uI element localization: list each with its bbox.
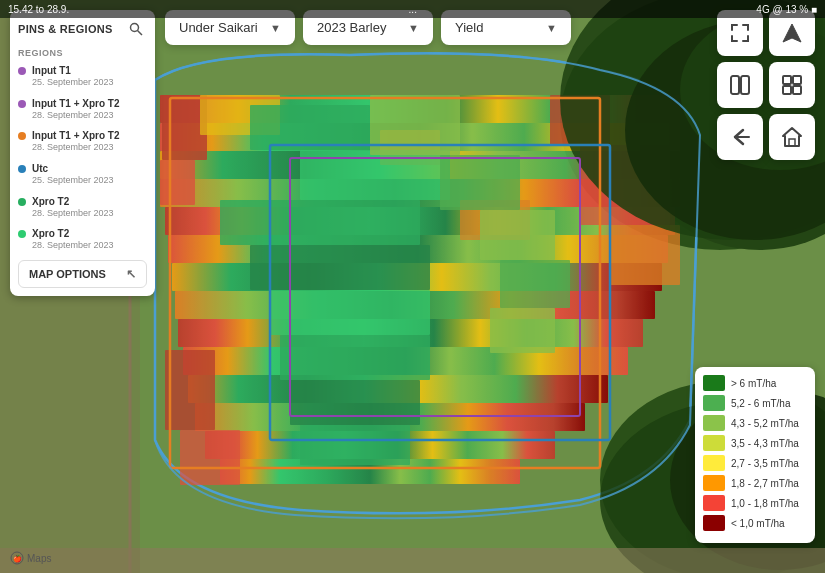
svg-rect-26 <box>380 130 440 165</box>
legend-label-6: 1,0 - 1,8 mT/ha <box>731 498 799 509</box>
legend-item-1: 5,2 - 6 mT/ha <box>703 395 807 411</box>
legend-panel: > 6 mT/ha 5,2 - 6 mT/ha 4,3 - 5,2 mT/ha … <box>695 367 815 543</box>
svg-rect-11 <box>175 291 655 319</box>
status-left: 15.42 to 28.9. <box>8 4 69 15</box>
svg-rect-60 <box>793 86 801 94</box>
legend-label-3: 3,5 - 4,3 mT/ha <box>731 438 799 449</box>
region-item-4[interactable]: Xpro T2 28. September 2023 <box>18 195 147 220</box>
legend-color-6 <box>703 495 725 511</box>
status-bar: 15.42 to 28.9. ... 4G @ 13 % ■ <box>0 0 825 18</box>
svg-rect-5 <box>160 123 680 151</box>
svg-rect-34 <box>290 380 420 425</box>
svg-rect-12 <box>178 319 643 347</box>
region-date-1: 28. September 2023 <box>32 110 147 122</box>
fullscreen-icon <box>729 22 751 44</box>
legend-label-0: > 6 mT/ha <box>731 378 776 389</box>
svg-rect-37 <box>440 155 520 210</box>
legend-color-2 <box>703 415 725 431</box>
back-button[interactable] <box>717 114 763 160</box>
home-button[interactable] <box>769 114 815 160</box>
legend-item-2: 4,3 - 5,2 mT/ha <box>703 415 807 431</box>
region-dot-2 <box>18 132 26 140</box>
grid-view-button[interactable] <box>769 62 815 108</box>
region-dot-0 <box>18 67 26 75</box>
region-dot-5 <box>18 230 26 238</box>
field-dropdown-chevron-icon: ▼ <box>270 22 281 34</box>
svg-rect-29 <box>300 150 450 200</box>
map-options-label: MAP OPTIONS <box>29 268 106 280</box>
legend-label-1: 5,2 - 6 mT/ha <box>731 398 790 409</box>
region-info-0: Input T1 25. September 2023 <box>32 64 147 89</box>
svg-rect-19 <box>160 160 195 205</box>
svg-rect-16 <box>205 431 555 459</box>
svg-rect-59 <box>783 86 791 94</box>
navigate-icon <box>781 22 803 44</box>
svg-marker-62 <box>783 128 801 146</box>
home-icon <box>781 126 803 148</box>
legend-item-7: < 1,0 mT/ha <box>703 515 807 531</box>
svg-rect-56 <box>741 76 749 94</box>
svg-rect-38 <box>480 210 555 260</box>
svg-rect-39 <box>500 260 570 308</box>
sidebar-title: PINS & REGIONS <box>18 23 113 35</box>
region-item-3[interactable]: Utc 25. September 2023 <box>18 162 147 187</box>
svg-rect-13 <box>183 347 628 375</box>
svg-text:🍎: 🍎 <box>13 554 22 563</box>
legend-color-7 <box>703 515 725 531</box>
region-item-2[interactable]: Input T1 + Xpro T2 28. September 2023 <box>18 129 147 154</box>
grid-view-icon <box>781 74 803 96</box>
svg-rect-22 <box>610 225 680 285</box>
back-icon <box>729 126 751 148</box>
svg-rect-25 <box>200 95 280 135</box>
crop-year-dropdown-chevron-icon: ▼ <box>408 22 419 34</box>
svg-line-53 <box>138 31 143 36</box>
svg-rect-4 <box>160 95 680 123</box>
region-item-0[interactable]: Input T1 25. September 2023 <box>18 64 147 89</box>
svg-rect-9 <box>168 235 668 263</box>
region-date-3: 25. September 2023 <box>32 175 147 187</box>
legend-color-4 <box>703 455 725 471</box>
regions-section-label: REGIONS <box>18 48 147 58</box>
map-options-button[interactable]: MAP OPTIONS ↖ <box>18 260 147 288</box>
field-dropdown-value: Under Saikari <box>179 20 258 35</box>
region-dot-1 <box>18 100 26 108</box>
region-info-4: Xpro T2 28. September 2023 <box>32 195 147 220</box>
data-type-dropdown-value: Yield <box>455 20 483 35</box>
svg-rect-33 <box>280 335 430 380</box>
region-name-0: Input T1 <box>32 64 147 77</box>
svg-rect-28 <box>250 105 370 150</box>
search-button[interactable] <box>125 18 147 40</box>
svg-rect-24 <box>180 430 240 485</box>
svg-rect-32 <box>270 290 430 335</box>
svg-rect-49 <box>170 98 600 468</box>
svg-rect-51 <box>290 158 580 416</box>
legend-label-2: 4,3 - 5,2 mT/ha <box>731 418 799 429</box>
svg-rect-36 <box>370 95 460 155</box>
legend-item-3: 3,5 - 4,3 mT/ha <box>703 435 807 451</box>
svg-rect-35 <box>300 425 410 465</box>
region-item-5[interactable]: Xpro T2 28. September 2023 <box>18 227 147 252</box>
maps-attribution: 🍎 Maps <box>10 551 51 565</box>
svg-marker-54 <box>783 24 801 42</box>
svg-rect-31 <box>250 245 430 290</box>
split-view-button[interactable] <box>717 62 763 108</box>
sidebar-header: PINS & REGIONS <box>18 18 147 40</box>
svg-rect-7 <box>160 179 680 207</box>
legend-label-7: < 1,0 mT/ha <box>731 518 785 529</box>
region-name-1: Input T1 + Xpro T2 <box>32 97 147 110</box>
status-center: ... <box>409 4 417 15</box>
region-info-1: Input T1 + Xpro T2 28. September 2023 <box>32 97 147 122</box>
svg-rect-30 <box>220 200 420 245</box>
map-options-arrow-icon: ↖ <box>126 267 136 281</box>
split-view-icon <box>729 74 751 96</box>
data-type-dropdown-chevron-icon: ▼ <box>546 22 557 34</box>
region-info-5: Xpro T2 28. September 2023 <box>32 227 147 252</box>
region-item-1[interactable]: Input T1 + Xpro T2 28. September 2023 <box>18 97 147 122</box>
svg-rect-46 <box>0 548 825 573</box>
legend-item-0: > 6 mT/ha <box>703 375 807 391</box>
legend-color-5 <box>703 475 725 491</box>
region-name-3: Utc <box>32 162 147 175</box>
region-date-4: 28. September 2023 <box>32 208 147 220</box>
region-date-5: 28. September 2023 <box>32 240 147 252</box>
region-dot-3 <box>18 165 26 173</box>
